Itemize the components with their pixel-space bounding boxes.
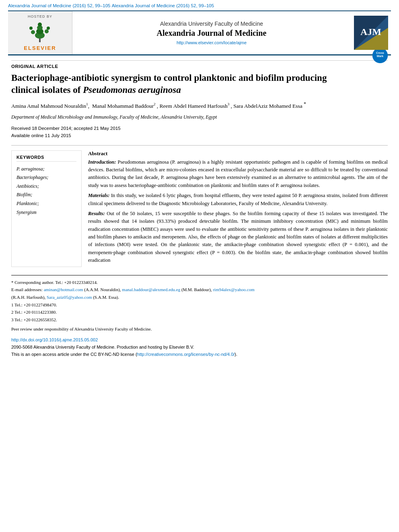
content-area: ORIGINAL ARTICLE Cross Mark Bacteriophag… bbox=[0, 55, 399, 363]
abstract-results: Results: Out of the 50 isolates, 15 were… bbox=[88, 210, 388, 265]
issn-line: 2090-5068 Alexandria University Faculty … bbox=[11, 344, 388, 351]
tel1: 1 Tel.: +20 01227498470. bbox=[11, 301, 388, 309]
keywords-list: P. aeruginosa; Bacteriophages; Antibioti… bbox=[16, 165, 76, 217]
svg-rect-0 bbox=[39, 38, 41, 42]
svg-point-4 bbox=[38, 23, 42, 27]
hosted-by-label: HOSTED BY bbox=[28, 14, 52, 18]
open-access-line: This is an open access article under the… bbox=[11, 351, 388, 358]
header-left-elsevier: HOSTED BY ELSEVIER bbox=[8, 11, 72, 54]
footer-notes: * Corresponding author. Tel.: +20 012233… bbox=[11, 275, 388, 333]
corresponding-author-note: * Corresponding author. Tel.: +20 012233… bbox=[11, 279, 388, 286]
abstract-materials: Materials: In this study, we isolated 6 … bbox=[88, 192, 388, 207]
journal-citation-link[interactable]: Alexandria Journal of Medicine (2016) 52… bbox=[8, 3, 110, 8]
affiliation: Department of Medical Microbiology and I… bbox=[11, 113, 388, 121]
elsevier-tree-icon bbox=[25, 20, 55, 43]
email2-link[interactable]: manal.baddour@alexmed.edu.eg bbox=[122, 287, 180, 292]
materials-label: Materials: bbox=[88, 193, 109, 198]
keywords-column: KEYWORDS P. aeruginosa; Bacteriophages; … bbox=[11, 150, 82, 267]
footer-bottom: http://dx.doi.org/10.1016/j.ajme.2015.05… bbox=[11, 337, 388, 358]
svg-text:Mark: Mark bbox=[377, 55, 383, 58]
abstract-intro: Introduction: Pseudomonas aeruginosa (P.… bbox=[88, 158, 388, 190]
journal-url-link[interactable]: http://www.elsevier.com/locate/ajme bbox=[177, 40, 247, 45]
svg-point-8 bbox=[47, 27, 50, 30]
elsevier-logo: ELSEVIER bbox=[24, 20, 56, 51]
journal-citation: Alexandria Journal of Medicine (2016) 52… bbox=[112, 3, 214, 8]
journal-name-header: Alexandria Journal of Medicine bbox=[157, 29, 267, 38]
keyword-3: Antibiotics; bbox=[16, 182, 76, 191]
keywords-title: KEYWORDS bbox=[16, 155, 76, 162]
email1-link[interactable]: aminan@hotmail.com bbox=[44, 287, 83, 292]
keyword-6: Synergism bbox=[16, 208, 76, 217]
svg-point-7 bbox=[29, 27, 33, 30]
results-label: Results: bbox=[88, 211, 105, 216]
intro-text: Pseudomonas aeruginosa (P. aeruginosa) i… bbox=[88, 159, 388, 188]
svg-point-6 bbox=[45, 29, 49, 33]
dates: Received 18 December 2014; accepted 21 M… bbox=[11, 125, 388, 140]
email-line-2: (R.A.H. Harfoush), Sara_aziz05@yahoo.com… bbox=[11, 294, 388, 301]
materials-text: In this study, we isolated 6 lytic phage… bbox=[88, 193, 388, 206]
results-text: Out of the 50 isolates, 15 were suscepti… bbox=[88, 211, 388, 263]
abstract-title: Abstract bbox=[88, 150, 388, 157]
article-type: ORIGINAL ARTICLE bbox=[11, 60, 388, 69]
svg-text:AJM: AJM bbox=[360, 27, 381, 37]
tel2: 2 Tel.: +20 01114223380. bbox=[11, 308, 388, 316]
tel3: 3 Tel.: +20 01226558352. bbox=[11, 316, 388, 324]
article-title: Bacteriophage-antibiotic synergism to co… bbox=[11, 72, 341, 96]
journal-header: HOSTED BY ELSEVIER Alexandria University… bbox=[8, 10, 391, 55]
email-line: E-mail addresses: aminan@hotmail.com (A.… bbox=[11, 286, 388, 294]
keyword-5: Planktonic; bbox=[16, 199, 76, 208]
email4-link[interactable]: Sara_aziz05@yahoo.com bbox=[47, 295, 92, 300]
svg-point-5 bbox=[31, 30, 35, 34]
elsevier-wordmark: ELSEVIER bbox=[24, 45, 56, 51]
header-center: Alexandria University Faculty of Medicin… bbox=[72, 11, 351, 54]
keyword-2: Bacteriophages; bbox=[16, 173, 76, 182]
university-name: Alexandria University Faculty of Medicin… bbox=[160, 21, 263, 27]
doi-line: http://dx.doi.org/10.1016/j.ajme.2015.05… bbox=[11, 337, 388, 344]
intro-label: Introduction: bbox=[88, 159, 116, 165]
section-divider bbox=[11, 145, 388, 146]
keyword-1: P. aeruginosa; bbox=[16, 165, 76, 174]
email3-link[interactable]: rim94alex@yahoo.com bbox=[213, 287, 254, 292]
peer-review: Peer review under responsibility of Alex… bbox=[11, 325, 388, 333]
aim-logo-svg: AJM bbox=[354, 16, 388, 50]
aim-logo: AJM bbox=[354, 16, 388, 50]
abstract-column: Abstract Introduction: Pseudomonas aerug… bbox=[88, 150, 388, 267]
header-right-logo: AJM bbox=[351, 11, 391, 54]
authors: Amina Amal Mahmoud Nouraldin1, Manal Moh… bbox=[11, 100, 388, 110]
cc-license-link[interactable]: http://creativecommons.org/licenses/by-n… bbox=[137, 352, 235, 357]
keyword-4: Biofilm; bbox=[16, 191, 76, 199]
two-column-section: KEYWORDS P. aeruginosa; Bacteriophages; … bbox=[11, 150, 388, 267]
doi-link[interactable]: http://dx.doi.org/10.1016/j.ajme.2015.05… bbox=[11, 337, 98, 342]
